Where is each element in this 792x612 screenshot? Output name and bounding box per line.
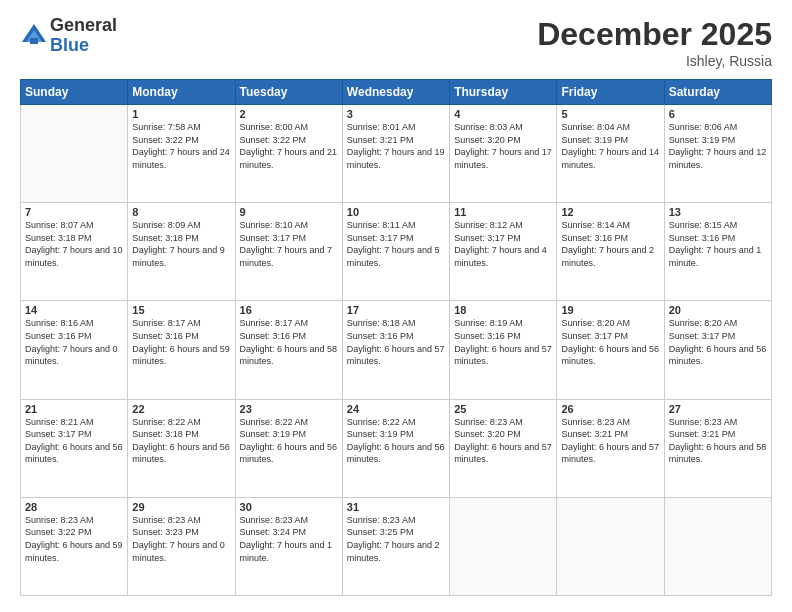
calendar-cell: 26Sunrise: 8:23 AMSunset: 3:21 PMDayligh… — [557, 399, 664, 497]
calendar-cell: 28Sunrise: 8:23 AMSunset: 3:22 PMDayligh… — [21, 497, 128, 595]
day-info: Sunrise: 8:12 AMSunset: 3:17 PMDaylight:… — [454, 219, 552, 269]
weekday-header: Monday — [128, 80, 235, 105]
day-info: Sunrise: 8:07 AMSunset: 3:18 PMDaylight:… — [25, 219, 123, 269]
day-info: Sunrise: 8:22 AMSunset: 3:19 PMDaylight:… — [240, 416, 338, 466]
calendar-cell — [557, 497, 664, 595]
day-number: 8 — [132, 206, 230, 218]
calendar-cell — [21, 105, 128, 203]
day-info: Sunrise: 8:03 AMSunset: 3:20 PMDaylight:… — [454, 121, 552, 171]
calendar-cell: 23Sunrise: 8:22 AMSunset: 3:19 PMDayligh… — [235, 399, 342, 497]
calendar-cell: 11Sunrise: 8:12 AMSunset: 3:17 PMDayligh… — [450, 203, 557, 301]
day-info: Sunrise: 8:22 AMSunset: 3:18 PMDaylight:… — [132, 416, 230, 466]
calendar-cell: 13Sunrise: 8:15 AMSunset: 3:16 PMDayligh… — [664, 203, 771, 301]
calendar-cell: 24Sunrise: 8:22 AMSunset: 3:19 PMDayligh… — [342, 399, 449, 497]
calendar-cell: 12Sunrise: 8:14 AMSunset: 3:16 PMDayligh… — [557, 203, 664, 301]
calendar: SundayMondayTuesdayWednesdayThursdayFrid… — [20, 79, 772, 596]
day-number: 12 — [561, 206, 659, 218]
day-number: 1 — [132, 108, 230, 120]
day-number: 21 — [25, 403, 123, 415]
logo-icon — [20, 22, 48, 50]
day-info: Sunrise: 8:10 AMSunset: 3:17 PMDaylight:… — [240, 219, 338, 269]
calendar-cell: 22Sunrise: 8:22 AMSunset: 3:18 PMDayligh… — [128, 399, 235, 497]
calendar-week-row: 21Sunrise: 8:21 AMSunset: 3:17 PMDayligh… — [21, 399, 772, 497]
day-number: 18 — [454, 304, 552, 316]
day-number: 22 — [132, 403, 230, 415]
day-info: Sunrise: 8:23 AMSunset: 3:23 PMDaylight:… — [132, 514, 230, 564]
day-info: Sunrise: 8:14 AMSunset: 3:16 PMDaylight:… — [561, 219, 659, 269]
day-info: Sunrise: 7:58 AMSunset: 3:22 PMDaylight:… — [132, 121, 230, 171]
day-number: 14 — [25, 304, 123, 316]
day-number: 10 — [347, 206, 445, 218]
logo-blue: Blue — [50, 36, 117, 56]
page: General Blue December 2025 Ishley, Russi… — [0, 0, 792, 612]
day-number: 20 — [669, 304, 767, 316]
day-number: 13 — [669, 206, 767, 218]
weekday-header: Friday — [557, 80, 664, 105]
location: Ishley, Russia — [537, 53, 772, 69]
title-block: December 2025 Ishley, Russia — [537, 16, 772, 69]
day-number: 17 — [347, 304, 445, 316]
weekday-header: Wednesday — [342, 80, 449, 105]
calendar-cell: 31Sunrise: 8:23 AMSunset: 3:25 PMDayligh… — [342, 497, 449, 595]
weekday-header: Sunday — [21, 80, 128, 105]
logo-text: General Blue — [50, 16, 117, 56]
calendar-cell: 1Sunrise: 7:58 AMSunset: 3:22 PMDaylight… — [128, 105, 235, 203]
day-number: 27 — [669, 403, 767, 415]
logo: General Blue — [20, 16, 117, 56]
calendar-cell: 2Sunrise: 8:00 AMSunset: 3:22 PMDaylight… — [235, 105, 342, 203]
calendar-cell — [450, 497, 557, 595]
day-number: 19 — [561, 304, 659, 316]
day-number: 4 — [454, 108, 552, 120]
calendar-cell: 25Sunrise: 8:23 AMSunset: 3:20 PMDayligh… — [450, 399, 557, 497]
day-info: Sunrise: 8:23 AMSunset: 3:22 PMDaylight:… — [25, 514, 123, 564]
day-number: 30 — [240, 501, 338, 513]
day-number: 26 — [561, 403, 659, 415]
calendar-cell: 17Sunrise: 8:18 AMSunset: 3:16 PMDayligh… — [342, 301, 449, 399]
day-number: 11 — [454, 206, 552, 218]
day-info: Sunrise: 8:04 AMSunset: 3:19 PMDaylight:… — [561, 121, 659, 171]
calendar-cell: 3Sunrise: 8:01 AMSunset: 3:21 PMDaylight… — [342, 105, 449, 203]
day-info: Sunrise: 8:22 AMSunset: 3:19 PMDaylight:… — [347, 416, 445, 466]
svg-rect-2 — [30, 38, 38, 44]
weekday-header: Saturday — [664, 80, 771, 105]
day-info: Sunrise: 8:17 AMSunset: 3:16 PMDaylight:… — [240, 317, 338, 367]
weekday-header: Thursday — [450, 80, 557, 105]
calendar-cell: 14Sunrise: 8:16 AMSunset: 3:16 PMDayligh… — [21, 301, 128, 399]
calendar-week-row: 7Sunrise: 8:07 AMSunset: 3:18 PMDaylight… — [21, 203, 772, 301]
day-number: 24 — [347, 403, 445, 415]
day-number: 29 — [132, 501, 230, 513]
calendar-cell: 29Sunrise: 8:23 AMSunset: 3:23 PMDayligh… — [128, 497, 235, 595]
day-info: Sunrise: 8:23 AMSunset: 3:21 PMDaylight:… — [561, 416, 659, 466]
day-number: 6 — [669, 108, 767, 120]
day-info: Sunrise: 8:11 AMSunset: 3:17 PMDaylight:… — [347, 219, 445, 269]
day-info: Sunrise: 8:01 AMSunset: 3:21 PMDaylight:… — [347, 121, 445, 171]
day-number: 15 — [132, 304, 230, 316]
logo-general: General — [50, 16, 117, 36]
day-info: Sunrise: 8:21 AMSunset: 3:17 PMDaylight:… — [25, 416, 123, 466]
day-number: 9 — [240, 206, 338, 218]
calendar-week-row: 1Sunrise: 7:58 AMSunset: 3:22 PMDaylight… — [21, 105, 772, 203]
calendar-cell: 16Sunrise: 8:17 AMSunset: 3:16 PMDayligh… — [235, 301, 342, 399]
day-info: Sunrise: 8:06 AMSunset: 3:19 PMDaylight:… — [669, 121, 767, 171]
calendar-cell: 20Sunrise: 8:20 AMSunset: 3:17 PMDayligh… — [664, 301, 771, 399]
calendar-cell: 30Sunrise: 8:23 AMSunset: 3:24 PMDayligh… — [235, 497, 342, 595]
day-info: Sunrise: 8:00 AMSunset: 3:22 PMDaylight:… — [240, 121, 338, 171]
day-number: 2 — [240, 108, 338, 120]
calendar-cell: 4Sunrise: 8:03 AMSunset: 3:20 PMDaylight… — [450, 105, 557, 203]
calendar-cell: 15Sunrise: 8:17 AMSunset: 3:16 PMDayligh… — [128, 301, 235, 399]
day-number: 5 — [561, 108, 659, 120]
header: General Blue December 2025 Ishley, Russi… — [20, 16, 772, 69]
day-info: Sunrise: 8:16 AMSunset: 3:16 PMDaylight:… — [25, 317, 123, 367]
day-number: 28 — [25, 501, 123, 513]
calendar-cell — [664, 497, 771, 595]
day-info: Sunrise: 8:23 AMSunset: 3:24 PMDaylight:… — [240, 514, 338, 564]
day-info: Sunrise: 8:23 AMSunset: 3:21 PMDaylight:… — [669, 416, 767, 466]
weekday-header: Tuesday — [235, 80, 342, 105]
day-info: Sunrise: 8:18 AMSunset: 3:16 PMDaylight:… — [347, 317, 445, 367]
day-info: Sunrise: 8:23 AMSunset: 3:20 PMDaylight:… — [454, 416, 552, 466]
calendar-cell: 21Sunrise: 8:21 AMSunset: 3:17 PMDayligh… — [21, 399, 128, 497]
day-number: 25 — [454, 403, 552, 415]
calendar-cell: 10Sunrise: 8:11 AMSunset: 3:17 PMDayligh… — [342, 203, 449, 301]
day-info: Sunrise: 8:15 AMSunset: 3:16 PMDaylight:… — [669, 219, 767, 269]
calendar-week-row: 28Sunrise: 8:23 AMSunset: 3:22 PMDayligh… — [21, 497, 772, 595]
